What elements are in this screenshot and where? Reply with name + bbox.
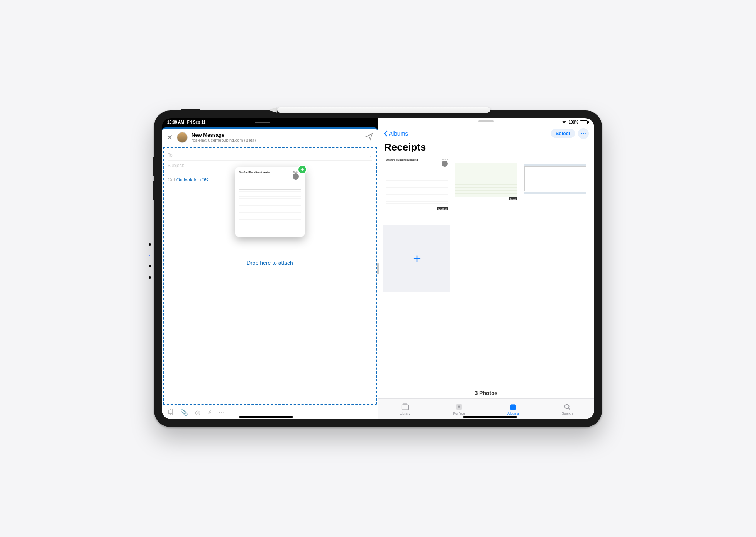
send-icon[interactable]: [365, 132, 373, 142]
status-time: 10:08 AM: [167, 120, 184, 124]
battery-icon: [580, 120, 589, 124]
back-button[interactable]: Albums: [383, 130, 408, 137]
more-icon[interactable]: ⋯: [219, 409, 225, 416]
drag-preview[interactable]: Stanford Plumbing & HeatingINVOICE +: [235, 167, 305, 237]
outlook-link[interactable]: Outlook for iOS: [176, 177, 208, 183]
status-bar-right: 100%: [378, 118, 594, 127]
chevron-down-icon[interactable]: ⌄: [368, 152, 372, 158]
tab-search[interactable]: Search: [540, 399, 594, 419]
back-label: Albums: [389, 130, 408, 137]
photo-icon[interactable]: 🖼: [167, 409, 173, 416]
left-pane-outlook: 10:08 AM Fri Sep 11 ✕ New Message rosieh…: [162, 118, 378, 419]
photo-count: 3 Photos: [378, 390, 594, 396]
compose-title: New Message: [192, 132, 256, 138]
split-divider-handle[interactable]: [377, 263, 379, 274]
album-title: Receipts: [378, 141, 594, 156]
format-icon[interactable]: ⚡︎: [207, 409, 212, 416]
home-indicator[interactable]: [239, 416, 293, 418]
split-handle-icon[interactable]: [478, 120, 494, 122]
more-icon[interactable]: ⋯: [578, 128, 589, 139]
photo-grid: Stanford Plumbing & HeatingINVOICE $2,06…: [378, 156, 594, 293]
status-bar-left: 10:08 AM Fri Sep 11: [162, 118, 378, 127]
svg-point-5: [565, 404, 569, 408]
drop-hint: Drop here to attach: [164, 260, 376, 266]
camera-icon[interactable]: ◎: [195, 409, 200, 416]
add-photo-button[interactable]: [383, 225, 450, 292]
to-field[interactable]: To: ⌄: [168, 150, 372, 161]
battery-pct: 100%: [568, 120, 578, 124]
photo-tile-receipt-3[interactable]: [522, 156, 589, 223]
status-date: Fri Sep 11: [187, 120, 206, 124]
plus-badge-icon: +: [298, 165, 307, 174]
compose-drop-zone[interactable]: To: ⌄ Subject: Get Outlook for iOS Stanf…: [163, 147, 377, 405]
home-indicator[interactable]: [463, 416, 517, 418]
mail-compose-sheet: ✕ New Message rosieh@lucernepubintl.com …: [162, 127, 378, 419]
attach-icon[interactable]: 📎: [180, 409, 188, 416]
photo-tile-receipt-1[interactable]: Stanford Plumbing & HeatingINVOICE $2,06…: [383, 156, 450, 223]
device-frame: 10:08 AM Fri Sep 11 ✕ New Message rosieh…: [154, 110, 602, 427]
tab-library[interactable]: Library: [378, 399, 432, 419]
svg-rect-1: [403, 403, 407, 405]
split-handle-icon[interactable]: [255, 122, 270, 123]
compose-from: rosieh@lucernepubintl.com (Beta): [192, 138, 256, 142]
apple-pencil: [266, 105, 490, 115]
svg-rect-3: [510, 405, 516, 410]
avatar: [177, 132, 188, 143]
wifi-icon: [561, 120, 567, 125]
select-button[interactable]: Select: [551, 129, 575, 138]
close-icon[interactable]: ✕: [166, 133, 173, 142]
photo-tile-receipt-2[interactable]: —— $2,000: [453, 156, 519, 223]
svg-rect-4: [511, 404, 515, 405]
svg-rect-0: [402, 405, 409, 410]
right-pane-photos: 100% Albums Select ⋯ Receipts Stanford P…: [378, 118, 594, 419]
